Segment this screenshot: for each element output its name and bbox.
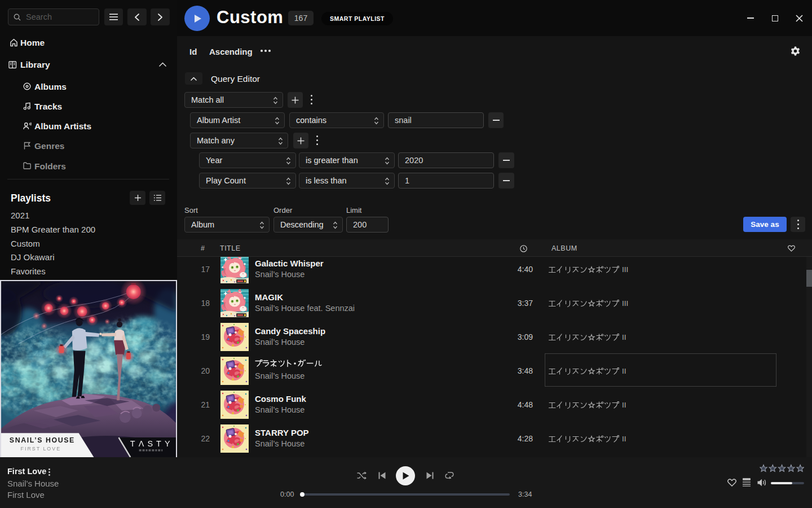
svg-text:TΛSTY: TΛSTY: [130, 439, 174, 448]
svg-text:SNAIL’S HOUSE: SNAIL’S HOUSE: [10, 436, 75, 444]
svg-text:FIRST LOVE: FIRST LOVE: [21, 446, 61, 452]
